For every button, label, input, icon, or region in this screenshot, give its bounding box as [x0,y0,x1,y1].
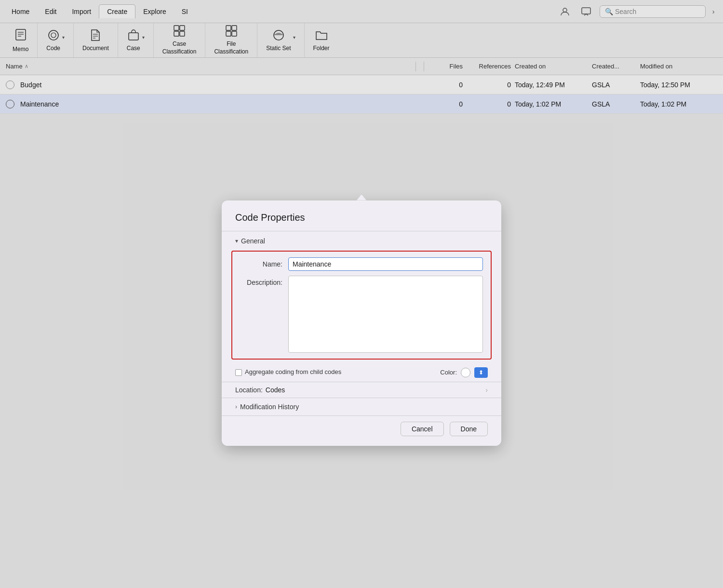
mod-history-label: Modification History [240,403,299,411]
code-properties-dialog: Code Properties ▾ General Name: Descript… [222,200,501,446]
description-label: Description: [240,276,288,286]
form-area: Name: Description: [231,251,492,360]
aggregate-label: Aggregate coding from child codes [245,368,341,376]
color-label: Color: [440,369,457,376]
location-value: Codes [266,386,486,394]
done-button[interactable]: Done [450,422,488,436]
color-dropdown-arrow-icon: ⬍ [479,369,483,376]
name-label: Name: [240,257,288,268]
color-dropdown[interactable]: ⬍ [474,367,488,378]
color-circle[interactable] [461,368,470,377]
dialog-backdrop: Code Properties ▾ General Name: Descript… [0,0,723,588]
color-row: Color: ⬍ [440,367,488,378]
location-label: Location: [235,386,263,394]
mod-history-chevron-icon: › [235,403,237,410]
general-section-header[interactable]: ▾ General [222,231,501,249]
location-row: Location: Codes › [222,382,501,398]
general-section-label: General [241,237,265,245]
aggregate-checkbox-wrap: Aggregate coding from child codes [235,368,341,376]
dialog-footer: Cancel Done [222,415,501,446]
modification-history-section[interactable]: › Modification History [222,398,501,415]
description-input[interactable] [288,276,483,353]
name-input[interactable] [288,257,483,271]
cancel-button[interactable]: Cancel [401,422,444,436]
form-row-description: Description: [240,276,483,353]
aggregate-color-row: Aggregate coding from child codes Color:… [222,363,501,382]
general-chevron-icon: ▾ [235,238,238,244]
dialog-title: Code Properties [222,200,501,231]
location-arrow-icon[interactable]: › [485,386,488,394]
aggregate-checkbox[interactable] [235,369,242,376]
dialog-caret [357,195,366,200]
form-row-name: Name: [240,257,483,271]
